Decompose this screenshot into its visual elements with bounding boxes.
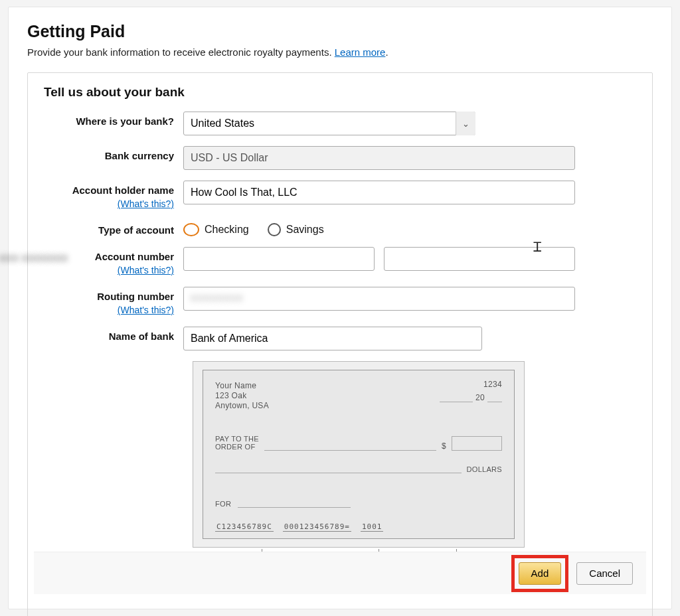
label-account-type: Type of account: [44, 220, 183, 236]
label-routing-number: Routing number: [97, 291, 174, 302]
label-bank-currency: Bank currency: [44, 146, 183, 162]
add-button[interactable]: Add: [519, 562, 562, 585]
bank-location-select[interactable]: [183, 112, 475, 135]
account-number-confirm-input[interactable]: [384, 247, 575, 271]
radio-savings[interactable]: Savings: [268, 223, 324, 236]
label-bank-location: Where is your bank?: [44, 112, 183, 127]
check-dollars-label: DOLLARS: [467, 465, 502, 473]
check-orderof: ORDER OF: [215, 443, 255, 451]
radio-savings-dot: [268, 223, 281, 236]
whats-this-holder-link[interactable]: (What's this?): [44, 198, 174, 210]
check-date-suffix: 20: [475, 393, 485, 402]
check-for-label: FOR: [215, 500, 231, 508]
check-micr-account: 000123456789=: [283, 522, 351, 532]
bank-currency-field: [183, 146, 575, 170]
cancel-button[interactable]: Cancel: [576, 562, 633, 585]
section-title: Tell us about your bank: [44, 85, 636, 100]
subtitle-text: Provide your bank information to receive…: [27, 46, 335, 58]
check-name-line1: Your Name: [215, 381, 502, 391]
page-subtitle: Provide your bank information to receive…: [27, 46, 653, 58]
check-number: 1234: [483, 380, 502, 389]
whats-this-routing-link[interactable]: (What's this?): [44, 304, 174, 316]
radio-savings-label: Savings: [286, 224, 324, 236]
add-button-highlight: Add: [511, 555, 569, 592]
learn-more-link[interactable]: Learn more: [335, 46, 386, 58]
check-dollar-sign: $: [442, 441, 446, 451]
bank-name-input[interactable]: [183, 327, 482, 350]
check-micr-check: 1001: [361, 522, 384, 532]
label-account-holder: Account holder name: [72, 185, 174, 196]
check-name-line3: Anytown, USA: [215, 401, 502, 411]
check-micr-routing: C123456789C: [215, 522, 274, 532]
label-account-number: Account number: [95, 251, 174, 262]
footer-bar: Add Cancel: [34, 552, 646, 594]
text-cursor-icon: Ꮖ: [533, 240, 542, 255]
radio-checking-label: Checking: [205, 224, 249, 236]
page-title: Getting Paid: [27, 22, 653, 41]
radio-checking[interactable]: Checking: [183, 223, 249, 236]
account-holder-input[interactable]: [183, 181, 575, 204]
check-payto: PAY TO THE: [215, 435, 259, 443]
radio-checking-dot: [183, 223, 199, 236]
label-bank-name: Name of bank: [44, 327, 183, 343]
sample-check-image: Your Name 123 Oak Anytown, USA 1234 20 P…: [193, 361, 525, 579]
account-number-input[interactable]: [183, 247, 375, 271]
whats-this-account-link[interactable]: (What's this?): [44, 264, 174, 276]
bank-form-box: Tell us about your bank Where is your ba…: [27, 72, 653, 616]
